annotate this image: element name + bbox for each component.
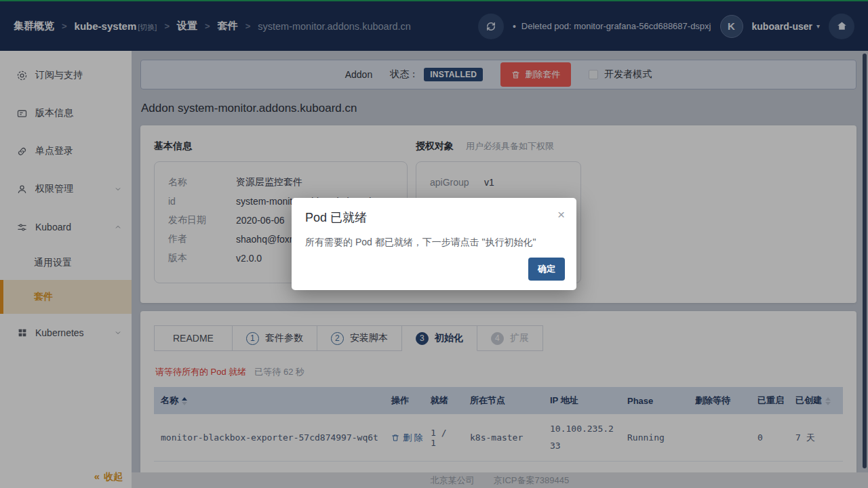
app-window: 集群概览 > kube-system[切换] > 设置 > 套件 > syste… [0, 0, 868, 488]
confirm-button[interactable]: 确定 [528, 258, 565, 281]
dialog-message: 所有需要的 Pod 都已就绪，下一步请点击 "执行初始化" [305, 237, 563, 249]
pod-ready-dialog: Pod 已就绪 × 所有需要的 Pod 都已就绪，下一步请点击 "执行初始化" … [292, 198, 576, 290]
dialog-title: Pod 已就绪 [305, 209, 563, 226]
close-icon[interactable]: × [557, 208, 565, 221]
